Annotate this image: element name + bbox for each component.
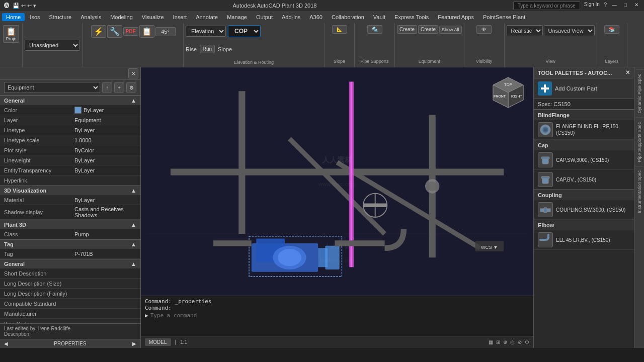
command-input[interactable]: [150, 312, 529, 319]
menu-pointsense[interactable]: PointSense Plant: [479, 13, 529, 21]
menu-modeling[interactable]: Modeling: [106, 13, 137, 21]
visibility-btn[interactable]: 👁: [476, 25, 492, 34]
grid-btn[interactable]: ⊞: [496, 339, 500, 345]
create-btn2[interactable]: Create: [418, 25, 438, 34]
elevation-dropdown[interactable]: Elevation: [186, 26, 226, 37]
palette-item-cap-bv[interactable]: CAP,BV., (CS150): [534, 170, 634, 190]
details-bottom: Last edited by: Irene Radcliffe Descript…: [0, 323, 140, 339]
show-all-btn[interactable]: Show All: [439, 26, 462, 34]
settings-btn[interactable]: ⚙: [525, 339, 529, 345]
osnap-btn[interactable]: ⊘: [518, 339, 522, 345]
menu-express-tools[interactable]: Express Tools: [390, 13, 433, 21]
pdf-btn[interactable]: PDF: [123, 27, 138, 36]
menu-structure[interactable]: Structure: [45, 13, 76, 21]
prop-compat-standard: Compatible Standard: [0, 299, 140, 309]
section-coupling: Coupling: [534, 190, 634, 200]
layers-section-label: Layers: [605, 59, 619, 65]
tab-dynamic-pipe-spec[interactable]: Dynamic Pipe Spec: [635, 69, 643, 118]
palette-item-elbow[interactable]: ELL 45 LR,BV., (CS150): [534, 230, 634, 250]
panel-icon-btn3[interactable]: ⚙: [126, 82, 136, 93]
properties-close-btn[interactable]: ✕: [128, 68, 138, 78]
menu-analysis[interactable]: Analysis: [76, 13, 105, 21]
prop-layer: Layer Equipment: [0, 115, 140, 125]
nav-cube[interactable]: TOP RIGHT FRONT: [491, 75, 526, 110]
search-box[interactable]: Type a keyword or phrase: [513, 2, 580, 10]
status-model[interactable]: MODEL: [145, 338, 171, 346]
palette-scroll[interactable]: BlindFlange FLANGE BLIND,FL_RF,150, (CS1…: [534, 110, 634, 348]
cap-sw-icon: [538, 152, 553, 167]
match-btn[interactable]: 🔧: [107, 25, 122, 38]
menu-output[interactable]: Output: [252, 13, 277, 21]
ribbon-layers-section: 📚 Layers: [597, 23, 627, 67]
section-plant3d[interactable]: Plant 3D ▲: [0, 220, 140, 229]
command-output-2: Command:: [145, 305, 529, 311]
properties-footer: ◀ PROPERTIES ▶: [0, 339, 140, 348]
sign-in-btn[interactable]: Sign In: [584, 2, 600, 10]
coupling-icon: [538, 202, 553, 217]
command-input-row[interactable]: ▶: [145, 312, 529, 319]
slope-btn[interactable]: 📐: [332, 25, 347, 34]
main-layout: ✕ Equipment ↑ + ⚙ General ▲ Color: [0, 67, 644, 348]
coupling-label: COUPLING,SW,3000, (CS150): [556, 207, 625, 213]
section-tag[interactable]: Tag ▲: [0, 239, 140, 249]
menu-collaboration[interactable]: Collaboration: [328, 13, 368, 21]
quick-access-icons: 💾 ↩ ↩ ▾: [13, 3, 36, 9]
menu-isos[interactable]: Isos: [26, 13, 44, 21]
viewport[interactable]: 人人素材 www.rr-sc.com 人人素材 www.rr-sc.com WC…: [141, 67, 533, 296]
slope-section-label: Slope: [334, 59, 345, 65]
equipment-selector[interactable]: Equipment: [4, 82, 100, 93]
menu-annotate[interactable]: Annotate: [192, 13, 222, 21]
view-style-dropdown[interactable]: Realistic: [507, 25, 543, 36]
pipe-supports-btn[interactable]: 🔩: [367, 25, 382, 34]
menu-insert[interactable]: Insert: [169, 13, 191, 21]
snap-btn[interactable]: ▦: [489, 339, 493, 345]
saved-view-dropdown[interactable]: Unsaved View: [544, 25, 595, 36]
menu-featured-apps[interactable]: Featured Apps: [434, 13, 478, 21]
add-custom-part-btn[interactable]: Add Custom Part: [534, 78, 634, 99]
help-icon[interactable]: ?: [604, 2, 607, 10]
blind-flange-icon: [538, 122, 553, 137]
polar-btn[interactable]: ◎: [510, 339, 515, 345]
elbow-label: ELL 45 LR,BV., (CS150): [556, 237, 610, 243]
ribbon-equipment-section: Create Create Show All Equipment: [395, 23, 464, 67]
properties-btn[interactable]: ⚡: [91, 25, 106, 38]
right-panel-close-btn[interactable]: ✕: [625, 69, 630, 76]
add-custom-icon: [538, 81, 552, 96]
menu-addins[interactable]: Add-ins: [278, 13, 304, 21]
workspace-dropdown[interactable]: Unassigned: [25, 40, 80, 51]
svg-text:FRONT: FRONT: [494, 95, 506, 98]
minimize-btn[interactable]: —: [611, 2, 618, 9]
tab-instrumentation-spec[interactable]: Instrumentation Spec: [635, 166, 643, 217]
command-prompt: ▶: [145, 312, 148, 319]
menu-visualize[interactable]: Visualize: [138, 13, 168, 21]
menu-a360[interactable]: A360: [305, 13, 327, 21]
layers-btn[interactable]: 📚: [604, 25, 619, 34]
menu-vault[interactable]: Vault: [369, 13, 389, 21]
palette-item-cap-sw[interactable]: CAP,SW,3000, (CS150): [534, 150, 634, 170]
panel-icon-btn1[interactable]: ↑: [102, 82, 112, 93]
ortho-btn[interactable]: ⊕: [503, 339, 507, 345]
palette-item-coupling[interactable]: COUPLING,SW,3000, (CS150): [534, 200, 634, 220]
section-general-2[interactable]: General ▲: [0, 259, 140, 268]
close-btn[interactable]: ✕: [633, 2, 640, 9]
section-3d-visualization[interactable]: 3D Visualization ▲: [0, 186, 140, 195]
ribbon-visibility-section: 👁 Visibility: [464, 23, 505, 67]
angle-input[interactable]: 45°: [155, 27, 176, 36]
menu-home[interactable]: Home: [2, 13, 25, 21]
panel-icon-btn2[interactable]: +: [114, 82, 124, 93]
clipboard-btn[interactable]: 📋: [139, 25, 154, 38]
tab-pipe-supports-spec[interactable]: Pipe Supports Spec: [635, 118, 643, 166]
project-manager-btn[interactable]: 📋 Proje: [3, 25, 19, 43]
panel-header: Equipment ↑ + ⚙: [0, 80, 140, 96]
properties-scroll[interactable]: General ▲ Color ByLayer Layer Equipment …: [0, 96, 140, 323]
cop-dropdown[interactable]: COP: [228, 25, 261, 37]
ribbon-workspace-section: Unassigned: [23, 23, 83, 67]
palette-item-blind-flange[interactable]: FLANGE BLIND,FL_RF,150, (CS150): [534, 120, 634, 140]
svg-point-41: [544, 128, 547, 131]
menu-manage[interactable]: Manage: [223, 13, 251, 21]
run-btn[interactable]: Run: [200, 45, 215, 53]
section-general-1[interactable]: General ▲: [0, 96, 140, 105]
create-btn[interactable]: Create: [397, 25, 417, 34]
equipment-section-label: Equipment: [419, 59, 440, 65]
restore-btn[interactable]: □: [622, 2, 629, 9]
